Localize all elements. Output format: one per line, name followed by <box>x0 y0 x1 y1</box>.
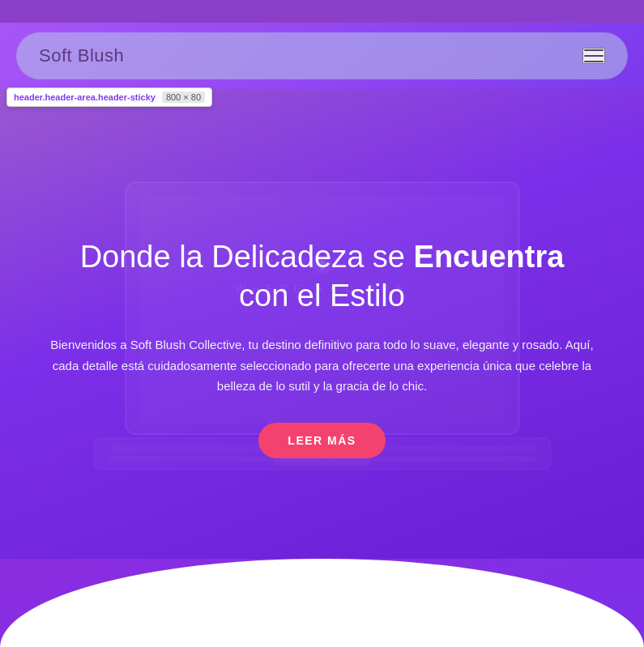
top-bar <box>0 0 644 23</box>
hamburger-line-1 <box>584 49 603 51</box>
hamburger-line-3 <box>584 61 603 62</box>
hero-title: Donde la Delicadeza se Encuentra con el … <box>49 238 595 315</box>
hero-title-highlight: Encuentra <box>414 240 565 274</box>
hamburger-line-2 <box>584 55 603 57</box>
hero-content: Donde la Delicadeza se Encuentra con el … <box>0 238 644 458</box>
dev-tooltip-dims: 800 × 80 <box>162 92 205 103</box>
dev-tooltip-selector: header.header-area.header-sticky <box>14 92 156 102</box>
wave-section <box>0 559 644 647</box>
dev-tooltip: header.header-area.header-sticky 800 × 8… <box>6 87 212 107</box>
hero-section: WHERE YOU ARE Donde la Delicadeza se Enc… <box>0 89 644 559</box>
hero-title-part2: con el Estilo <box>239 279 405 313</box>
header-sticky: Soft Blush <box>16 32 628 79</box>
cta-button[interactable]: LEER MÁS <box>258 423 385 458</box>
hamburger-button[interactable] <box>582 48 605 64</box>
header-area: Soft Blush <box>0 23 644 89</box>
hero-title-part1: Donde la Delicadeza se <box>80 240 414 274</box>
brand-name: Soft Blush <box>39 45 124 66</box>
hero-description: Bienvenidos a Soft Blush Collective, tu … <box>49 334 595 397</box>
